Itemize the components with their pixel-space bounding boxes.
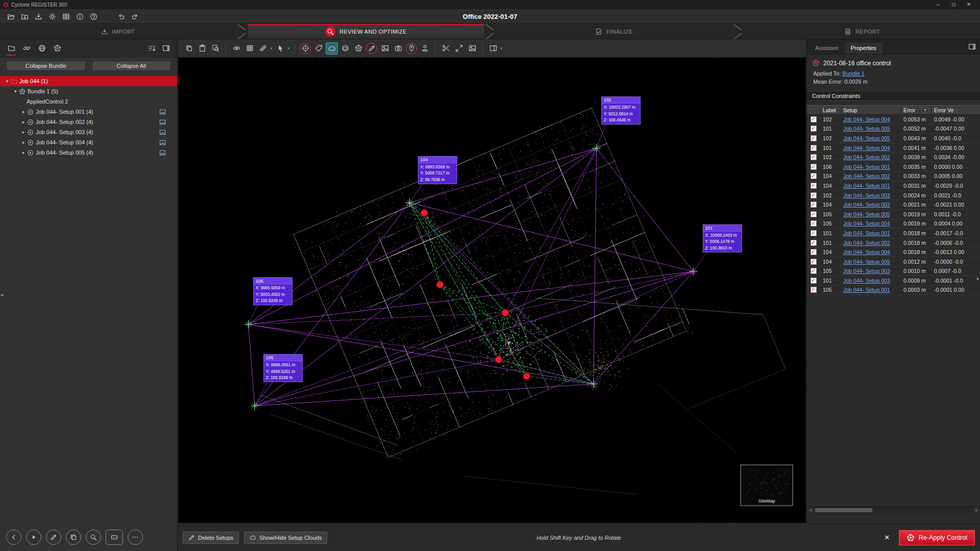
caret-right-icon[interactable]: ▸ [20,130,27,135]
constraint-checkbox[interactable]: ✓ [811,240,817,246]
tree-item[interactable]: ▸Job 044- Setup 002 (4) [0,117,177,127]
sitemap-inset[interactable]: SiteMap [741,465,793,506]
undo-icon[interactable] [114,10,128,22]
sort-icon[interactable] [145,42,158,55]
constraint-row[interactable]: ✓101Job 044- Setup 0040.0041 m-0.0036 0.… [807,143,980,153]
constraint-row[interactable]: ✓101Job 044- Setup 0050.0052 m-0.0047 0.… [807,124,980,134]
constraint-checkbox[interactable]: ✓ [811,268,817,274]
constraint-row[interactable]: ✓105Job 044- Setup 0030.0010 m0.0007 -0.… [807,267,980,277]
target-icon[interactable] [300,43,311,54]
constraint-setup-link[interactable]: Job 044- Setup 004 [843,220,890,227]
tab-properties[interactable]: Properties [844,42,883,54]
constraint-row[interactable]: ✓101Job 044- Setup 0020.0018 m-0.0006 -0… [807,238,980,248]
constraint-setup-link[interactable]: Job 044- Setup 003 [843,202,890,208]
cloud-icon[interactable] [326,42,338,55]
constraint-setup-link[interactable]: Job 044- Setup 003 [843,278,890,284]
constraint-checkbox[interactable]: ✓ [811,173,817,179]
projects-icon[interactable] [5,42,17,55]
copy-icon[interactable] [183,42,195,55]
zoom-region-icon[interactable] [209,42,222,55]
constraint-row[interactable]: ✓102Job 044- Setup 0030.0024 m0.0021 -0.… [807,191,980,201]
caret-down-icon[interactable]: ▾ [4,79,10,84]
header-error-vector[interactable]: Error Ve [932,106,980,114]
sphere-icon[interactable] [339,42,351,55]
scrollbar-thumb[interactable] [815,508,872,512]
more-icon[interactable] [128,530,143,545]
settings-icon[interactable] [45,10,59,22]
camera-icon[interactable] [392,42,404,55]
maximize-icon[interactable] [946,0,961,9]
paste-icon[interactable] [196,42,208,55]
constraint-checkbox[interactable]: ✓ [811,230,817,236]
constraint-checkbox[interactable]: ✓ [811,183,817,189]
constraint-checkbox[interactable]: ✓ [811,192,817,198]
close-overlay-button[interactable]: ✕ [880,531,894,544]
tab-assistant[interactable]: Assistant [809,42,844,54]
constraint-setup-link[interactable]: Job 044- Setup 001 [843,164,890,170]
constraint-checkbox[interactable]: ✓ [811,164,817,170]
setup-point[interactable] [523,373,530,380]
constraint-checkbox[interactable]: ✓ [811,287,817,293]
person-icon[interactable] [419,42,431,55]
constraint-setup-link[interactable]: Job 044- Setup 002 [843,240,890,246]
tree-item[interactable]: ▾Job 044 (1) [0,76,177,86]
help-icon[interactable] [87,10,101,22]
pin-icon[interactable] [406,43,417,54]
constraint-row[interactable]: ✓105Job 044- Setup 0010.0003 m-0.0001 0.… [807,286,980,295]
image-icon[interactable] [379,42,391,55]
collapse-left-panel-handle[interactable]: ◂ [1,292,3,297]
sort-caret-icon[interactable]: ▼ [922,108,928,112]
constraint-checkbox[interactable]: ✓ [811,154,817,160]
constraint-row[interactable]: ✓102Job 044- Setup 0050.0043 m0.0040 -0.… [807,134,980,143]
constraint-checkbox[interactable]: ✓ [811,278,817,284]
re-apply-control-button[interactable]: Re-Apply Control [899,530,975,545]
constraint-checkbox[interactable]: ✓ [811,126,817,132]
constraint-checkbox[interactable]: ✓ [811,220,817,227]
tree-item[interactable]: ▸Job 044- Setup 005 (4) [0,147,177,158]
constraint-setup-link[interactable]: Job 044- Setup 005 [843,211,890,217]
constraint-setup-link[interactable]: Job 044- Setup 001 [843,183,890,189]
constraint-checkbox[interactable]: ✓ [811,259,817,265]
header-error[interactable]: Error▼ [901,106,932,114]
constraint-setup-link[interactable]: Job 044- Setup 001 [843,287,890,293]
constraint-setup-link[interactable]: Job 044- Setup 004 [843,116,890,122]
copy-icon[interactable] [66,530,81,545]
expand-icon[interactable] [453,42,465,55]
cursor-icon[interactable]: ▾ [274,42,286,55]
constraint-row[interactable]: ✓102Job 044- Setup 0040.0053 m0.0049 -0.… [807,115,980,124]
tree-item[interactable]: ▾Bundle 1 (5) [0,86,177,96]
info-icon[interactable] [101,10,114,22]
caret-down-icon[interactable]: ▾ [12,89,18,94]
constraint-row[interactable]: ✓104Job 044- Setup 0020.0033 m0.0005 0.0… [807,172,980,182]
constraint-row[interactable]: ✓101Job 044- Setup 0030.0009 m-0.0001 -0… [807,276,980,286]
viewport[interactable]: 102X: 10003.2907 mY: 5012.6614 mZ: 100.4… [178,58,806,523]
coordinate-label[interactable]: 104X: 9993.8369 mY: 5009.7217 mZ: 99.763… [418,157,457,184]
panel-icon[interactable] [160,42,172,55]
coordinate-label[interactable]: 105X: 9986.0561 mY: 4999.5261 mZ: 100.91… [264,355,303,382]
constraint-row[interactable]: ✓101Job 044- Setup 0010.0018 m-0.0017 -0… [807,229,980,238]
coordinate-label[interactable]: 106X: 9985.5859 mY: 5003.4562 mZ: 100.92… [254,278,292,305]
scroll-right-icon[interactable]: ▸ [973,507,980,513]
constraint-checkbox[interactable]: ✓ [811,116,817,122]
coordinate-label[interactable]: 101X: 10008.2403 mY: 5006.1478 mZ: 100.3… [703,224,742,252]
constraint-checkbox[interactable]: ✓ [811,249,817,255]
scrollbar-track[interactable] [814,507,973,513]
controls-icon[interactable] [51,42,63,55]
constraint-setup-link[interactable]: Job 044- Setup 004 [843,249,890,255]
constraint-setup-link[interactable]: Job 044- Setup 003 [843,268,890,274]
close-icon[interactable]: ✕ [961,0,976,9]
table-icon[interactable] [243,42,256,55]
redo-icon[interactable] [128,10,142,22]
controls-icon[interactable] [352,42,364,55]
image-badge-icon[interactable] [159,119,166,126]
applied-to-link[interactable]: Bundle 1 [842,70,864,77]
tag-icon[interactable] [312,42,325,55]
image-badge-icon[interactable] [159,109,166,115]
web-icon[interactable] [36,42,48,55]
ruler-icon[interactable]: ▾ [257,42,269,55]
delete-setups-button[interactable]: Delete Setups [183,532,239,544]
image-badge-icon[interactable] [159,139,166,146]
search-icon[interactable] [86,530,101,545]
collapse-all-button[interactable]: Collapse All [92,61,172,71]
constraint-row[interactable]: ✓104Job 044- Setup 0040.0018 m-0.0013 0.… [807,247,980,257]
